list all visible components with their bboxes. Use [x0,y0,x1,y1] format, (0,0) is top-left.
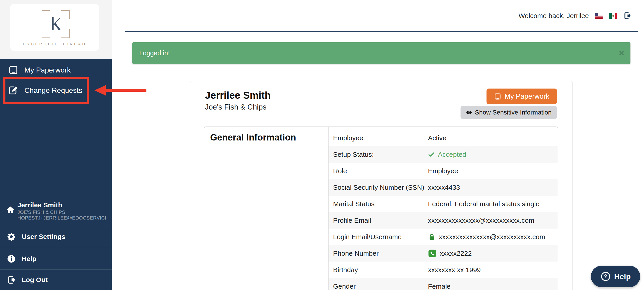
logged-in-banner: Logged in! × [132,42,630,64]
sidebar-item-log-out[interactable]: Log Out [0,270,112,290]
banner-close-icon[interactable]: × [619,48,624,58]
eye-icon [466,109,472,116]
row-label: Setup Status: [328,151,428,158]
welcome-text: Welcome back, Jerrilee [518,12,589,20]
row-value: Federal: Federal marital status single [428,200,558,208]
top-bar: Welcome back, Jerrilee [112,0,644,32]
sidebar-user-info[interactable]: Jerrilee Smith JOE'S FISH & CHIPS HOPEST… [0,198,112,225]
profile-name: Jerrilee Smith [205,90,271,101]
sidebar-item-label: User Settings [22,233,65,241]
sidebar-item-label: My Paperwork [24,66,71,74]
sidebar-item-label: Log Out [22,276,48,284]
table-row: Setup Status: Accepted [328,146,558,163]
phone-icon [428,249,436,258]
row-value: Active [428,134,558,142]
row-label: Social Security Number (SSN) [328,184,428,191]
row-label: Employee: [328,134,428,142]
lock-icon [428,233,436,241]
mexico-flag-icon[interactable] [609,13,617,19]
general-information-table: Employee: Active Setup Status: Accepted … [328,127,558,290]
tablet-icon [494,93,501,100]
help-button-label: Help [614,272,631,281]
logout-icon[interactable] [623,12,631,20]
tablet-icon [8,65,18,75]
profile-card: Jerrilee Smith Joe's Fish & Chips My Pap… [190,81,573,290]
user-email: HOPESTJ+JERRILEE@EDOCSERVICI [18,215,110,221]
us-flag-icon[interactable] [595,13,603,19]
sidebar: CYBERHIRE BUREAU My Paperwork Change Req… [0,0,112,290]
user-company: JOE'S FISH & CHIPS [18,209,110,215]
row-value: Female [428,283,558,290]
row-label: Phone Number [328,250,428,257]
info-icon [7,254,16,263]
row-label: Login Email/Username [328,233,428,241]
table-row: Gender Female [328,278,558,290]
row-label: Role [328,167,428,175]
sidebar-item-user-settings[interactable]: User Settings [0,225,112,248]
check-icon [428,151,435,158]
row-value: Accepted [428,151,558,158]
row-label: Gender [328,283,428,290]
logo-frame-icon [42,10,70,38]
panel-title: General Information [210,132,296,143]
row-label: Birthday [328,266,428,274]
general-information-panel: General Information Employee: Active Set… [204,126,558,290]
profile-company: Joe's Fish & Chips [205,103,266,111]
table-row: Employee: Active [328,130,558,146]
table-row: Role Employee [328,163,558,179]
edit-icon [8,86,18,95]
logo-k-icon [52,17,61,30]
table-row: Phone Number xxxxx2222 [328,245,558,262]
sign-out-icon [7,275,16,284]
row-value: xxxxxxxxxxxxxxx@xxxxxxxxxx.com [428,233,558,241]
question-circle-icon: ? [600,271,611,282]
table-row: Marital Status Federal: Federal marital … [328,196,558,212]
my-paperwork-button[interactable]: My Paperwork [486,88,557,104]
table-row: Profile Email xxxxxxxxxxxxxxx@xxxxxxxxxx… [328,212,558,229]
row-value: xxxxxxxxxxxxxxx@xxxxxxxxxx.com [428,217,558,224]
sidebar-item-label: Help [22,255,36,263]
table-row: Birthday xxxxxxxx xx 1999 [328,262,558,278]
user-name: Jerrilee Smith [18,201,110,209]
sidebar-item-label: Change Requests [24,86,82,95]
row-value: xxxxx4433 [428,184,558,191]
row-value: xxxxxxxx xx 1999 [428,266,558,274]
my-paperwork-label: My Paperwork [504,92,549,100]
sidebar-item-help[interactable]: Help [0,248,112,270]
help-button[interactable]: ? Help [591,266,640,287]
company-logo: CYBERHIRE BUREAU [10,4,99,51]
show-sensitive-information-button[interactable]: Show Sensitive Information [460,106,557,119]
header-divider [125,31,638,32]
logo-area: CYBERHIRE BUREAU [0,0,112,59]
row-value: xxxxx2222 [428,249,558,258]
row-label: Profile Email [328,217,428,224]
table-row: Social Security Number (SSN) xxxxx4433 [328,179,558,196]
row-label: Marital Status [328,200,428,208]
home-icon [6,205,15,214]
row-value: Employee [428,167,558,175]
svg-text:?: ? [604,273,607,280]
gear-icon [7,232,16,241]
sidebar-item-my-paperwork[interactable]: My Paperwork [0,61,112,79]
brand-name: CYBERHIRE BUREAU [10,42,99,46]
show-sensitive-label: Show Sensitive Information [475,109,552,116]
banner-message: Logged in! [139,49,170,57]
table-row: Login Email/Username xxxxxxxxxxxxxxx@xxx… [328,229,558,245]
annotation-arrow [94,85,146,95]
